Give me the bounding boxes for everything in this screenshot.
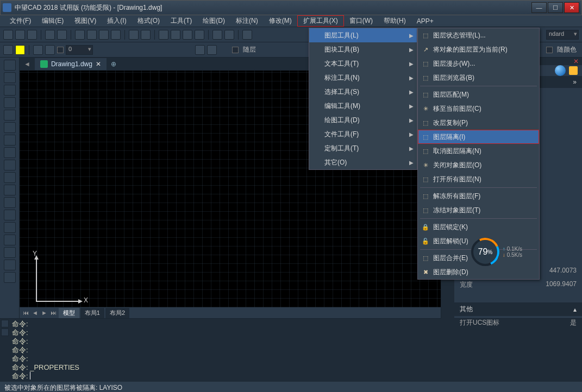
menu-item-打开所有图层(N)[interactable]: ⬚打开所有图层(N) (418, 172, 539, 186)
menu-item-图层工具(L)[interactable]: 图层工具(L)▶ (309, 28, 417, 42)
maximize-button[interactable]: ☐ (548, 2, 563, 13)
menu-item-解冻所有图层(F)[interactable]: ⬚解冻所有图层(F) (418, 189, 539, 203)
lightbulb-icon[interactable] (569, 66, 578, 75)
tool-arc[interactable] (4, 122, 16, 133)
copy-icon[interactable] (87, 30, 97, 40)
menu-item-4[interactable]: 格式(O) (132, 15, 165, 27)
menu-item-改层复制(P)[interactable]: ⬚改层复制(P) (418, 116, 539, 130)
menu-item-图层浏览器(B)[interactable]: ⬚图层浏览器(B) (418, 71, 539, 85)
tool-hatch[interactable] (4, 210, 16, 220)
height-value[interactable]: 447.0073 (549, 267, 577, 276)
lt-icon-a[interactable] (195, 45, 205, 55)
menu-item-1[interactable]: 编辑(E) (36, 15, 69, 27)
layer-freeze-icon[interactable] (33, 45, 43, 55)
command-input[interactable]: 命令: (12, 372, 580, 381)
cmd-icon-1[interactable] (1, 320, 9, 327)
tool-polygon[interactable] (4, 97, 16, 108)
menu-item-选择工具(S)[interactable]: 选择工具(S)▶ (309, 85, 417, 99)
close-button[interactable]: ✕ (564, 2, 579, 13)
tab-left-arrow[interactable]: ◄ (24, 60, 30, 68)
print-icon[interactable] (45, 30, 55, 40)
zoom-extents-icon[interactable] (195, 30, 204, 40)
layout-prev[interactable]: ◄ (31, 309, 39, 316)
network-speed-widget[interactable]: 79% ↑ 0.1K/s ↓ 0.5K/s (471, 238, 522, 266)
tool-block[interactable] (4, 197, 16, 208)
layer-lock-icon[interactable] (45, 45, 55, 55)
layer-icon[interactable] (3, 45, 13, 55)
menu-item-关闭对象图层(O)[interactable]: ✳关闭对象图层(O) (418, 158, 539, 172)
layout-first[interactable]: ⏮ (22, 309, 30, 316)
menu-item-定制工具(T)[interactable]: 定制工具(T)▶ (309, 141, 417, 155)
chevron-down-icon[interactable]: » (573, 78, 577, 86)
tool-donut[interactable] (4, 172, 16, 183)
menu-item-9[interactable]: 扩展工具(X) (297, 15, 344, 27)
menu-item-6[interactable]: 绘图(D) (197, 15, 230, 27)
menu-item-2[interactable]: 视图(V) (69, 15, 102, 27)
tool-spline[interactable] (4, 135, 16, 146)
menu-item-3[interactable]: 插入(I) (102, 15, 132, 27)
tool-rect[interactable] (4, 110, 16, 121)
menu-item-图层漫步(W)...[interactable]: ⬚图层漫步(W)... (418, 56, 539, 71)
calc-icon[interactable] (212, 30, 222, 40)
layout-next[interactable]: ► (40, 309, 48, 316)
menu-item-标注工具(N)[interactable]: 标注工具(N)▶ (309, 71, 417, 85)
layout-tab-2[interactable]: 布局2 (105, 308, 129, 318)
menu-item-图层删除(D)[interactable]: ✖图层删除(D) (418, 265, 539, 279)
zoom-window-icon[interactable] (183, 30, 192, 40)
menu-item-0[interactable]: 文件(F) (4, 15, 36, 27)
tool-props[interactable] (4, 260, 16, 270)
document-tab[interactable]: Drawing1.dwg ✕ (35, 58, 107, 70)
open-icon[interactable] (15, 30, 25, 40)
tool-region[interactable] (4, 222, 16, 233)
menu-item-图块工具(B)[interactable]: 图块工具(B)▶ (309, 42, 417, 56)
zoom-icon[interactable] (171, 30, 180, 40)
menu-item-10[interactable]: 窗口(W) (344, 15, 378, 27)
tool-ellipse[interactable] (4, 147, 16, 158)
sun-icon[interactable] (15, 45, 25, 55)
menu-item-其它(O)[interactable]: 其它(O)▶ (309, 155, 417, 169)
cut-icon[interactable] (75, 30, 85, 40)
style-dropdown[interactable]: ndard (546, 30, 579, 40)
orb-icon[interactable] (555, 65, 566, 76)
cmd-icon-2[interactable] (1, 328, 9, 336)
layout-tab-1[interactable]: 布局1 (80, 308, 104, 318)
menu-item-取消图层隔离(N)[interactable]: ⬚取消图层隔离(N) (418, 144, 539, 158)
panel-close-icon[interactable]: ✕ (573, 58, 579, 65)
tool-grid[interactable] (4, 272, 16, 283)
menu-item-7[interactable]: 标注(N) (230, 15, 264, 27)
menu-item-文本工具(T)[interactable]: 文本工具(T)▶ (309, 56, 417, 71)
menu-item-文件工具(F)[interactable]: 文件工具(F)▶ (309, 127, 417, 141)
menu-item-12[interactable]: APP+ (411, 15, 439, 27)
menu-item-移至当前图层(C)[interactable]: ✳移至当前图层(C) (418, 102, 539, 116)
tool-point[interactable] (4, 185, 16, 195)
help-icon[interactable] (242, 30, 252, 40)
undo-icon[interactable] (129, 30, 139, 40)
tool-line[interactable] (4, 60, 16, 71)
menu-item-绘图工具(D)[interactable]: 绘图工具(D)▶ (309, 113, 417, 127)
menu-item-图层状态管理(L)...[interactable]: ⬚图层状态管理(L)... (418, 28, 539, 42)
brush-icon[interactable] (111, 30, 121, 40)
minimize-button[interactable]: — (531, 2, 547, 13)
menu-item-8[interactable]: 修改(M) (264, 15, 297, 27)
ucs-value[interactable]: 是 (570, 318, 577, 327)
table-icon[interactable] (224, 30, 234, 40)
layout-last[interactable]: ⏭ (49, 309, 58, 316)
tool-table[interactable] (4, 235, 16, 245)
tool-circle[interactable] (4, 85, 16, 96)
layer-check[interactable] (57, 47, 64, 53)
redo-icon[interactable] (141, 30, 151, 40)
tool-other[interactable] (4, 247, 16, 258)
menu-item-图层隔离(I)[interactable]: ⬚图层隔离(I) (418, 130, 539, 144)
section-other[interactable]: 其他 ▴ (454, 302, 582, 316)
tool-pline[interactable] (4, 72, 16, 83)
tab-close-icon[interactable]: ✕ (96, 60, 101, 68)
menu-item-将对象的图层置为当前(R)[interactable]: ↗将对象的图层置为当前(R) (418, 42, 539, 56)
menu-item-图层匹配(M)[interactable]: ⬚图层匹配(M) (418, 87, 539, 102)
new-icon[interactable] (3, 30, 13, 40)
menu-item-5[interactable]: 工具(T) (165, 15, 197, 27)
color-check[interactable] (546, 47, 553, 53)
menu-item-11[interactable]: 帮助(H) (378, 15, 411, 27)
layout-tab-0[interactable]: 模型 (59, 308, 79, 318)
width-value[interactable]: 1069.9407 (546, 280, 577, 289)
lt-icon-b[interactable] (207, 45, 217, 55)
